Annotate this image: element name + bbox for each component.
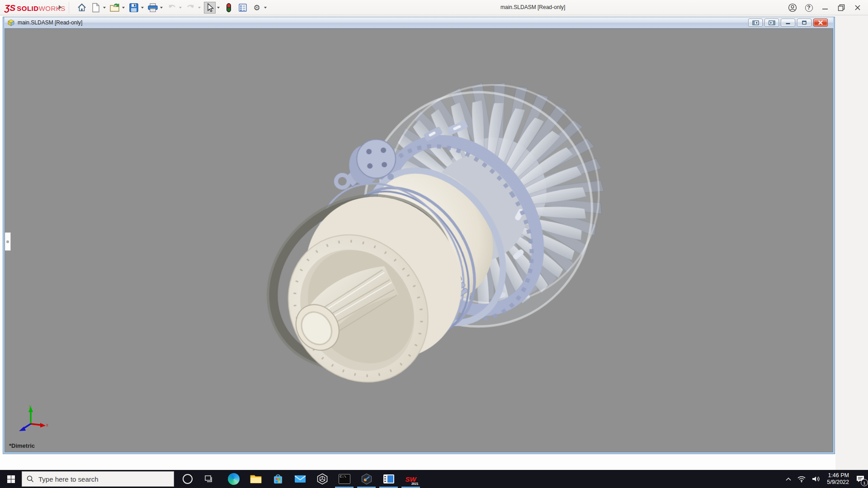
solidworks-logo: ƷS SOLID WORKS: [5, 3, 66, 13]
open-folder-icon: [109, 3, 120, 13]
orientation-triad[interactable]: y x: [14, 404, 49, 436]
menu-expand-icon[interactable]: [59, 5, 61, 9]
graphics-viewport[interactable]: y x *Dimetric: [5, 28, 833, 452]
doc-restore-button[interactable]: [797, 19, 811, 27]
solidworks-logo-mark: ƷS: [5, 3, 15, 13]
speaker-icon: [811, 475, 821, 483]
doc-restore-icon: [802, 20, 807, 25]
windows-taskbar: C:\ SW 2021: [0, 470, 868, 488]
taskbar-file-explorer-button[interactable]: [245, 470, 267, 488]
tray-show-hidden-icons-button[interactable]: [783, 470, 794, 488]
windows-logo-icon: [7, 475, 15, 483]
solidworks-logo-bold: SOLID: [17, 5, 38, 12]
doc-minimize-icon: [785, 20, 791, 25]
taskbar-command-prompt-button[interactable]: C:\: [333, 470, 355, 488]
panel-tab-grip-icon: [6, 240, 9, 243]
jet-engine-3d-model[interactable]: [5, 29, 833, 452]
taskbar-mail-button[interactable]: [289, 470, 311, 488]
open-button[interactable]: [109, 2, 121, 14]
restore-button[interactable]: [835, 1, 848, 14]
tray-volume-button[interactable]: [809, 470, 823, 488]
doc-tile-left-button[interactable]: [748, 19, 763, 27]
rebuild-traffic-light-icon: [226, 3, 232, 13]
view-orientation-label: *Dimetric: [9, 442, 35, 449]
options-button[interactable]: ⚙: [251, 2, 263, 14]
rebuild-button[interactable]: [223, 2, 235, 14]
undo-button[interactable]: [166, 2, 178, 14]
help-icon: ?: [805, 4, 813, 12]
select-dropdown-caret[interactable]: [217, 7, 220, 9]
redo-button[interactable]: [185, 2, 197, 14]
document-window-controls: [746, 19, 828, 27]
restore-icon: [838, 4, 845, 11]
home-button[interactable]: [76, 2, 88, 14]
select-tool-button[interactable]: [204, 2, 216, 14]
help-button[interactable]: ?: [802, 1, 816, 14]
tray-network-button[interactable]: [794, 470, 809, 488]
doc-minimize-button[interactable]: [781, 19, 795, 27]
print-button[interactable]: [147, 2, 159, 14]
chevron-up-icon: [785, 477, 792, 481]
file-properties-button[interactable]: [237, 2, 249, 14]
open-dropdown-caret[interactable]: [122, 7, 125, 9]
quick-access-toolbar: ⚙: [74, 1, 268, 14]
save-button[interactable]: [128, 2, 140, 14]
task-view-icon: [204, 474, 213, 483]
tile-right-icon: [769, 20, 775, 25]
doc-tile-right-button[interactable]: [764, 19, 779, 27]
cortana-button[interactable]: [183, 474, 193, 484]
document-title: main.SLDASM [Read-only]: [18, 19, 82, 26]
undo-dropdown-caret[interactable]: [179, 7, 182, 9]
action-center-button[interactable]: 1: [853, 470, 868, 488]
triad-x-label: x: [46, 422, 48, 427]
home-icon: [77, 3, 87, 13]
print-icon: [147, 3, 158, 13]
taskbar-3d-viewer-button[interactable]: [311, 470, 333, 488]
close-button[interactable]: [851, 1, 864, 14]
new-document-dropdown-caret[interactable]: [103, 7, 106, 9]
document-titlebar[interactable]: main.SLDASM [Read-only]: [5, 17, 833, 28]
redo-dropdown-caret[interactable]: [198, 7, 201, 9]
mail-icon: [294, 474, 306, 483]
solidworks-icon-letters: SW: [405, 475, 416, 483]
redo-icon: [186, 3, 196, 13]
solidworks-icon-year: 2021: [411, 482, 419, 485]
window-controls: ?: [783, 0, 864, 15]
new-document-icon: [91, 3, 100, 13]
gear-icon: ⚙: [253, 4, 260, 12]
taskbar-edge-button[interactable]: [222, 470, 245, 488]
close-icon: [854, 5, 861, 11]
taskbar-search[interactable]: [22, 471, 174, 487]
assembly-document-icon: [7, 19, 15, 26]
print-dropdown-caret[interactable]: [160, 7, 163, 9]
document-window: main.SLDASM [Read-only]: [3, 17, 835, 454]
tray-clock[interactable]: 1:46 PM 5/9/2022: [823, 470, 853, 488]
taskbar-edrawings-button[interactable]: [355, 470, 377, 488]
tray-date: 5/9/2022: [827, 479, 849, 486]
taskbar-store-button[interactable]: [267, 470, 289, 488]
options-dropdown-caret[interactable]: [264, 7, 267, 9]
task-view-button[interactable]: [203, 474, 214, 484]
taskbar-solidworks-button[interactable]: SW 2021: [400, 470, 422, 488]
edrawings-icon: [361, 473, 373, 485]
feature-manager-collapsed-tab[interactable]: [5, 232, 11, 251]
new-document-button[interactable]: [90, 2, 102, 14]
search-input[interactable]: [38, 475, 160, 483]
account-button[interactable]: [786, 1, 799, 14]
toolbar-separator: [69, 2, 69, 14]
application-titlebar: ƷS SOLID WORKS: [0, 0, 868, 15]
doc-close-button[interactable]: [813, 19, 828, 27]
account-icon: [788, 3, 797, 12]
wifi-icon: [797, 475, 806, 483]
minimize-button[interactable]: [818, 1, 832, 14]
taskbar-app-window-button[interactable]: [377, 470, 400, 488]
undo-icon: [167, 3, 177, 13]
file-properties-icon: [238, 3, 248, 13]
system-tray: 1:46 PM 5/9/2022 1: [783, 470, 868, 488]
solidworks-application: ƷS SOLID WORKS: [0, 0, 868, 488]
edge-icon: [228, 473, 240, 485]
tray-time: 1:46 PM: [827, 472, 849, 479]
select-cursor-icon: [205, 3, 214, 13]
save-dropdown-caret[interactable]: [141, 7, 144, 9]
start-button[interactable]: [0, 470, 22, 488]
